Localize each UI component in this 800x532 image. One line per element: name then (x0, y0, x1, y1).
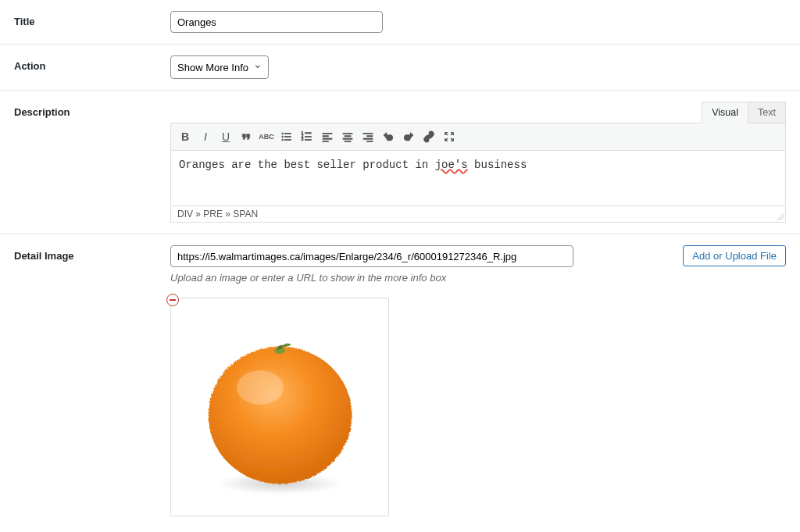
svg-rect-3 (284, 136, 291, 137)
detail-image-url-input[interactable] (170, 245, 573, 267)
svg-rect-13 (323, 136, 328, 137)
image-thumbnail (170, 298, 389, 516)
bold-icon[interactable]: B (176, 127, 195, 146)
svg-rect-17 (345, 136, 351, 137)
action-label: Action (14, 55, 170, 72)
image-preview (170, 298, 391, 516)
detail-image-row: Detail Image Upload an image or enter a … (0, 234, 800, 527)
svg-point-26 (237, 370, 284, 405)
svg-point-4 (282, 139, 284, 141)
title-input[interactable] (170, 11, 383, 33)
tab-visual[interactable]: Visual (702, 102, 748, 123)
redo-icon[interactable] (399, 127, 418, 146)
bullet-list-icon[interactable] (277, 127, 296, 146)
align-left-icon[interactable] (318, 127, 337, 146)
add-upload-file-button[interactable]: Add or Upload File (683, 245, 786, 266)
svg-rect-16 (343, 133, 352, 134)
numbered-list-icon[interactable]: 123 (298, 127, 316, 146)
svg-rect-21 (367, 136, 373, 137)
svg-rect-11 (305, 139, 311, 140)
editor: B I U ABC 123 Oranges are the best selle… (170, 123, 786, 223)
title-label: Title (14, 11, 170, 27)
editor-content[interactable]: Oranges are the best seller product in j… (171, 151, 785, 205)
remove-image-icon[interactable] (166, 294, 179, 306)
svg-rect-22 (363, 138, 373, 139)
svg-rect-1 (284, 133, 291, 134)
action-select[interactable]: Show More Info (170, 55, 269, 79)
svg-rect-15 (323, 141, 328, 141)
undo-icon[interactable] (379, 127, 398, 146)
detail-image-label: Detail Image (14, 245, 170, 262)
svg-rect-14 (323, 138, 332, 139)
underline-icon[interactable]: U (216, 127, 235, 146)
title-row: Title (0, 0, 800, 45)
editor-text-post: business (468, 159, 527, 171)
svg-rect-20 (363, 133, 373, 134)
editor-path: DIV » PRE » SPAN (171, 205, 785, 222)
svg-text:3: 3 (302, 137, 304, 141)
fullscreen-icon[interactable] (440, 127, 459, 146)
tab-text[interactable]: Text (748, 102, 786, 123)
svg-rect-9 (305, 136, 311, 137)
strikethrough-icon[interactable]: ABC (257, 127, 276, 146)
align-right-icon[interactable] (359, 127, 377, 146)
action-row: Action Show More Info (0, 45, 800, 91)
align-center-icon[interactable] (338, 127, 357, 146)
description-label: Description (14, 102, 170, 118)
italic-icon[interactable]: I (196, 127, 215, 146)
editor-text-pre: Oranges are the best seller product in (179, 159, 435, 171)
description-row: Description Visual Text B I U ABC 123 (0, 91, 800, 234)
editor-toolbar: B I U ABC 123 (171, 123, 785, 151)
svg-rect-12 (323, 133, 332, 134)
editor-tabs: Visual Text (170, 102, 786, 123)
svg-point-0 (282, 133, 284, 134)
svg-rect-23 (367, 141, 373, 141)
svg-rect-5 (284, 139, 291, 140)
svg-rect-18 (343, 138, 352, 139)
editor-text-error: joe's (435, 159, 468, 171)
svg-rect-7 (305, 133, 311, 134)
svg-point-25 (208, 346, 352, 484)
svg-point-2 (282, 136, 284, 137)
link-icon[interactable] (420, 127, 438, 146)
quote-icon[interactable] (237, 127, 255, 146)
svg-rect-19 (345, 141, 351, 141)
detail-image-hint: Upload an image or enter a URL to show i… (170, 272, 667, 284)
resize-handle-icon[interactable] (774, 211, 784, 220)
